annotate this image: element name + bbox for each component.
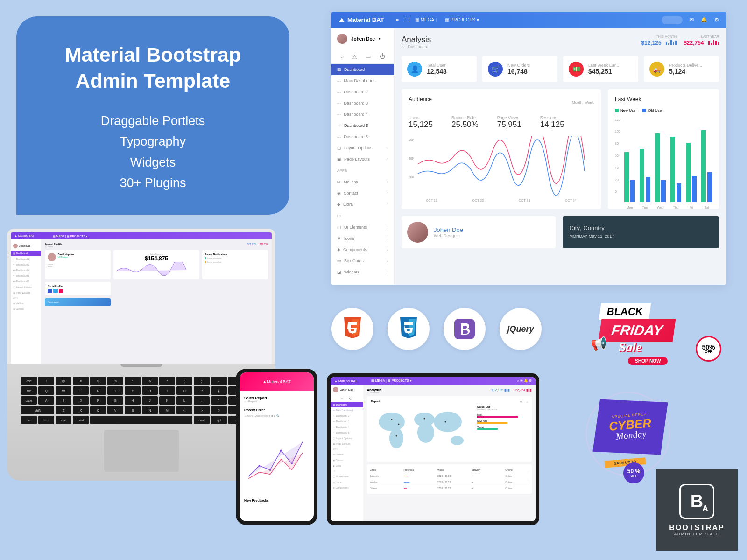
laptop-keyboard: esc!@#$%^&*()-+⌫ tabQWERTYUIOP{}| capsAS…: [21, 377, 261, 424]
svg-point-6: [291, 462, 293, 464]
search-input[interactable]: [662, 16, 683, 24]
card-title: Last Week: [615, 96, 712, 103]
avatar: [407, 222, 428, 243]
bootstrap-admin-logo: BA BOOTSTRAP ADMIN TEMPLATE: [656, 469, 738, 551]
sidebar-item[interactable]: •••Dashboard 2: [331, 86, 394, 98]
ba-icon: BA: [679, 484, 714, 519]
kpi-row: 👤Total User12,548 🛒New Orders16,748 💵Las…: [402, 56, 719, 82]
kpi-card[interactable]: 🚚Products Delive...5,124: [644, 56, 719, 82]
bf-friday-label: FRIDAY: [598, 319, 676, 342]
svg-text:40K: 40K: [409, 157, 415, 160]
phone-chart: [244, 424, 309, 494]
dashboard-topbar: Material BAT ≡ ⛶ ▦ MEGA | ▦ PROJECTS ▾ ✉…: [331, 12, 726, 28]
nav-projects[interactable]: ▦ PROJECTS ▾: [445, 17, 479, 22]
last-week-card: Last Week New User Old User 120100806040…: [608, 89, 719, 209]
tablet-page-title: Analytics: [367, 388, 381, 392]
laptop-profile-card: David HopkinsUX DesignerPhone: -Email: -: [45, 250, 111, 279]
svg-text:20K: 20K: [409, 175, 415, 179]
svg-point-5: [280, 450, 282, 452]
nav-mega[interactable]: ▦ MEGA |: [415, 17, 437, 22]
sidebar-item[interactable]: •••Main Dashboard: [331, 75, 394, 86]
sidebar-dashboard[interactable]: ▦ Dashboard: [331, 64, 394, 75]
tablet-map-card: Report⟲ — ⌕ Status: Live ⊡: [367, 396, 532, 462]
promo-feature: Draggable Portlets: [35, 111, 271, 132]
laptop-ad-card: Promo banner: [45, 298, 111, 306]
svg-point-15: [424, 418, 425, 420]
sidebar-item[interactable]: ◈ Components›: [331, 244, 394, 255]
megaphone-icon: 📢: [591, 336, 607, 351]
period-week[interactable]: Week: [585, 100, 594, 105]
bf-shop-button[interactable]: SHOP NOW: [628, 357, 668, 365]
sidebar-item[interactable]: ▼ Icons›: [331, 233, 394, 244]
sidebar-item[interactable]: → Dashboard 5: [331, 120, 394, 131]
html5-badge: [331, 308, 374, 350]
cart-icon: 🛒: [488, 62, 503, 77]
svg-point-4: [269, 469, 271, 471]
cm-percent-circle: 50 %OFF: [623, 462, 644, 483]
power-icon[interactable]: ⏻: [380, 53, 385, 60]
black-friday-badge[interactable]: BLACK FRIDAY Sale SHOP NOW 50%OFF 📢: [600, 303, 721, 373]
audience-metric: Bounce Rate25.50%: [451, 115, 479, 129]
laptop-mockup: ▲ Material BAT▦ MEGA | ▦ PROJECTS ▾ Johe…: [7, 229, 275, 481]
bootstrap-badge: [444, 308, 486, 350]
search-icon[interactable]: ⌕: [340, 53, 344, 60]
bell-icon[interactable]: 🔔: [701, 17, 707, 23]
sidebar-item[interactable]: ◆ Extra›: [331, 199, 394, 210]
svg-point-17: [396, 435, 397, 437]
sidebar-item[interactable]: ▢ Layout Options›: [331, 142, 394, 154]
svg-point-11: [434, 412, 462, 432]
kpi-card[interactable]: 🛒New Orders16,748: [482, 56, 557, 82]
laptop-notif-card: Recent NotificationsLorem ipsum textLore…: [202, 250, 268, 279]
mail-icon[interactable]: ✉: [690, 17, 694, 23]
sidebar-item[interactable]: ✉ Mailbox›: [331, 176, 394, 188]
bell-icon[interactable]: △: [352, 53, 357, 60]
promo-feature: Widgets: [35, 152, 271, 173]
svg-point-3: [259, 465, 261, 467]
tablet-topbar: ▲ Material BAT▦ MEGA | ▦ PROJECTS ▾⌕ ✉ 🔔…: [331, 377, 536, 385]
ba-tagline: ADMIN TEMPLATE: [674, 532, 720, 536]
header-stat-month: THIS MONTH $12,125: [641, 35, 677, 47]
profile-card[interactable]: Johen DoeWeb Designer: [402, 216, 556, 248]
sidebar-item[interactable]: ▭ Box Cards›: [331, 255, 394, 266]
gear-icon[interactable]: ⚙: [714, 17, 719, 23]
kpi-card[interactable]: 💵Last Week Ear...$45,251: [563, 56, 638, 82]
page-title: Analysis: [402, 35, 431, 44]
laptop-topbar: ▲ Material BAT▦ MEGA | ▦ PROJECTS ▾: [11, 232, 272, 239]
svg-point-12: [451, 436, 464, 445]
period-month[interactable]: Month: [572, 100, 582, 105]
sidebar-item[interactable]: •••Dashboard 4: [331, 109, 394, 120]
sidebar-item[interactable]: ◫ UI Elements›: [331, 222, 394, 233]
last-week-bar-chart: 120100806040200 MonTueWedThuFriSat: [615, 118, 712, 202]
promo-card: Material Bootstrap Admin Template Dragga…: [16, 16, 289, 215]
svg-point-10: [417, 422, 434, 443]
jquery-badge: jQuery: [500, 308, 542, 350]
menu-toggle-icon[interactable]: ≡: [396, 17, 399, 23]
sidebar-user[interactable]: Johen Doe▾: [331, 28, 394, 49]
sidebar-item[interactable]: •••Dashboard 6: [331, 131, 394, 142]
fullscreen-icon[interactable]: ⛶: [404, 17, 409, 23]
dashboard-sidebar: Johen Doe▾ ⌕ △ ▭ ⏻ ▦ Dashboard •••Main D…: [331, 28, 395, 285]
promo-title: Material Bootstrap Admin Template: [35, 42, 271, 94]
sidebar-item[interactable]: •••Dashboard 3: [331, 98, 394, 109]
svg-point-16: [445, 421, 446, 423]
laptop-sidebar: Johen Doe ▦ Dashboard ••• Dashboard 2 ••…: [11, 239, 41, 364]
user-icon: 👤: [407, 62, 422, 77]
card-title: Audience: [409, 96, 432, 103]
money-icon: 💵: [569, 62, 584, 77]
chat-icon[interactable]: ▭: [366, 53, 371, 60]
svg-point-13: [391, 419, 393, 420]
sidebar-item[interactable]: ◉ Contact›: [331, 188, 394, 199]
sidebar-item[interactable]: ▣ Page Layouts›: [331, 154, 394, 165]
phone-section-title: Recent Order: [244, 408, 309, 412]
city-card: City, Country MONDAY May 11, 2017: [563, 216, 719, 248]
dashboard-preview: Material BAT ≡ ⛶ ▦ MEGA | ▦ PROJECTS ▾ ✉…: [331, 12, 726, 285]
header-stat-year: LAST YEAR $22,754: [684, 35, 719, 47]
kpi-card[interactable]: 👤Total User12,548: [402, 56, 477, 82]
sidebar-item[interactable]: ◪ Widgets›: [331, 266, 394, 278]
audience-metric: Page Views75,951: [497, 115, 521, 129]
promo-feature: Typography: [35, 131, 271, 152]
breadcrumb[interactable]: ⌂ - Dashboard: [402, 44, 431, 49]
svg-text:80K: 80K: [409, 138, 415, 141]
brand-logo[interactable]: Material BAT: [338, 16, 384, 23]
sidebar-header: APPS: [331, 165, 394, 176]
